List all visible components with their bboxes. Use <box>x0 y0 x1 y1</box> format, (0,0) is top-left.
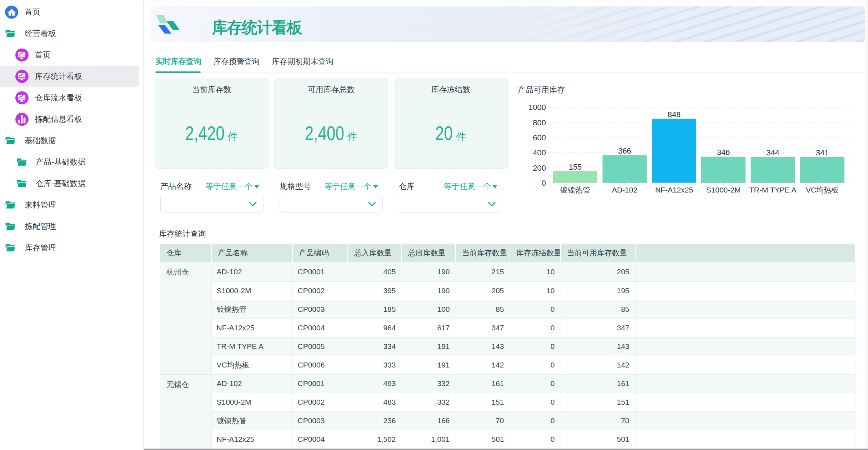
svg-text:S1000-2M: S1000-2M <box>706 186 741 194</box>
svg-text:1000: 1000 <box>528 103 546 112</box>
svg-text:600: 600 <box>533 133 546 142</box>
svg-text:VC均热板: VC均热板 <box>806 186 839 194</box>
svg-text:AD-102: AD-102 <box>612 186 637 194</box>
svg-text:155: 155 <box>569 162 582 171</box>
svg-text:产品可用库存: 产品可用库存 <box>518 85 565 94</box>
svg-text:800: 800 <box>533 118 546 127</box>
svg-text:200: 200 <box>533 164 546 172</box>
svg-text:344: 344 <box>766 148 779 157</box>
svg-text:镀镍热管: 镀镍热管 <box>560 186 590 194</box>
svg-text:0: 0 <box>542 179 546 188</box>
svg-text:366: 366 <box>618 146 631 155</box>
svg-text:NF-A12x25: NF-A12x25 <box>655 186 693 194</box>
svg-text:TR-M TYPE A: TR-M TYPE A <box>749 186 796 194</box>
svg-text:848: 848 <box>668 110 681 119</box>
svg-text:341: 341 <box>816 148 829 157</box>
svg-text:346: 346 <box>717 148 730 157</box>
svg-text:400: 400 <box>533 148 546 157</box>
